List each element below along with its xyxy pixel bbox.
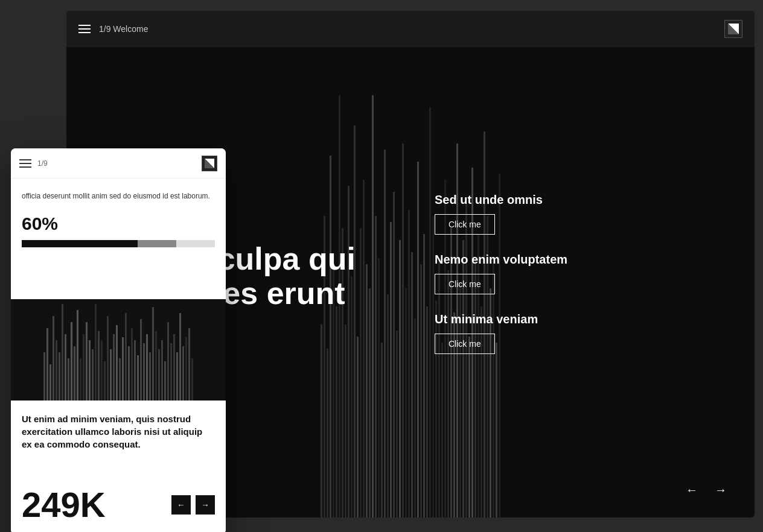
spike-bar bbox=[134, 340, 136, 401]
spike-bar bbox=[167, 322, 169, 401]
small-next-arrow[interactable]: → bbox=[196, 495, 215, 515]
spike-bar bbox=[110, 349, 112, 401]
small-logo-mark bbox=[202, 156, 217, 171]
spike-bar bbox=[164, 361, 166, 401]
menu-icon[interactable] bbox=[78, 25, 91, 33]
next-arrow[interactable]: → bbox=[711, 480, 730, 499]
small-topbar: 1/9 bbox=[11, 148, 226, 179]
spike-bar bbox=[107, 316, 109, 401]
spike-bar bbox=[128, 346, 130, 401]
cta-section-3: Ut minima veniam Click me bbox=[435, 312, 718, 354]
small-upper-section: officia deserunt mollit anim sed do eius… bbox=[11, 179, 226, 299]
small-topbar-left: 1/9 bbox=[19, 159, 48, 168]
spike-bar bbox=[146, 334, 148, 401]
small-prev-arrow[interactable]: ← bbox=[171, 495, 191, 515]
spike-bar bbox=[173, 334, 175, 401]
spike-bar bbox=[116, 325, 118, 401]
spike-bar bbox=[185, 337, 187, 401]
big-number: 249K bbox=[22, 487, 106, 522]
cta-title-3: Ut minima veniam bbox=[435, 312, 718, 326]
progress-bar-mid bbox=[138, 240, 176, 247]
spike-bar bbox=[140, 319, 142, 401]
progress-bar bbox=[22, 240, 215, 247]
spike-bar bbox=[104, 361, 106, 401]
spike-bar bbox=[92, 349, 94, 401]
small-nav-arrows: ← → bbox=[171, 495, 215, 515]
nav-arrows: ← → bbox=[682, 480, 730, 499]
click-button-1[interactable]: Click me bbox=[435, 214, 495, 235]
cta-title-1: Sed ut unde omnis bbox=[435, 193, 718, 207]
spike-bar bbox=[188, 328, 190, 401]
small-nav-label: 1/9 bbox=[37, 159, 48, 168]
spike-bar bbox=[158, 349, 160, 401]
small-body-text: Ut enim ad minim veniam, quis nostrud ex… bbox=[22, 413, 215, 451]
percent-label: 60% bbox=[22, 214, 215, 234]
spike-bar bbox=[176, 352, 178, 401]
prev-arrow[interactable]: ← bbox=[682, 480, 701, 499]
spike-bar bbox=[49, 364, 51, 401]
small-window: 1/9 officia deserunt mollit anim sed do … bbox=[11, 148, 226, 532]
spike-bar bbox=[68, 358, 69, 401]
spike-bar bbox=[65, 334, 66, 401]
spike-bar bbox=[83, 334, 85, 401]
click-button-3[interactable]: Click me bbox=[435, 334, 495, 354]
main-right-content: Sed ut unde omnis Click me Nemo enim vol… bbox=[398, 47, 755, 518]
cta-section-1: Sed ut unde omnis Click me bbox=[435, 193, 718, 235]
spike-bar bbox=[125, 313, 127, 401]
spike-bar bbox=[71, 322, 72, 401]
main-topbar: 1/9 Welcome bbox=[66, 11, 755, 47]
small-spike-section bbox=[11, 299, 226, 401]
spike-bar bbox=[101, 340, 103, 401]
spike-bar bbox=[143, 343, 145, 401]
spike-bar bbox=[53, 316, 54, 401]
small-bottom-row: 249K ← → bbox=[22, 487, 215, 522]
nav-label: 1/9 Welcome bbox=[99, 24, 148, 34]
spike-bar bbox=[119, 358, 121, 401]
spike-bar bbox=[122, 337, 124, 401]
spike-bar bbox=[191, 358, 193, 401]
spike-bar bbox=[98, 331, 100, 401]
spike-bar bbox=[56, 340, 57, 401]
spike-bar bbox=[46, 328, 48, 401]
spike-bar bbox=[86, 322, 88, 401]
spike-bar bbox=[155, 331, 157, 401]
spike-bar bbox=[179, 313, 181, 401]
cta-section-2: Nemo enim voluptatem Click me bbox=[435, 253, 718, 294]
spike-bar bbox=[182, 346, 184, 401]
small-desc-text: officia deserunt mollit anim sed do eius… bbox=[22, 191, 215, 201]
progress-fill bbox=[22, 240, 138, 247]
spike-bar bbox=[152, 307, 154, 401]
spike-bar bbox=[149, 352, 151, 401]
spike-bar bbox=[113, 334, 115, 401]
spike-bar bbox=[43, 352, 45, 401]
spike-bar bbox=[80, 358, 81, 401]
spike-bar bbox=[59, 352, 60, 401]
spike-bar bbox=[95, 304, 97, 401]
spike-bar bbox=[89, 340, 91, 401]
small-spike-visualization bbox=[11, 299, 226, 401]
spike-bar bbox=[161, 340, 163, 401]
main-topbar-left: 1/9 Welcome bbox=[78, 24, 148, 34]
spike-bar bbox=[74, 346, 75, 401]
small-lower-section: Ut enim ad minim veniam, quis nostrud ex… bbox=[11, 401, 226, 532]
cta-title-2: Nemo enim voluptatem bbox=[435, 253, 718, 267]
spike-bar bbox=[131, 328, 133, 401]
small-menu-icon[interactable] bbox=[19, 159, 31, 168]
spike-bar bbox=[137, 355, 139, 401]
click-button-2[interactable]: Click me bbox=[435, 274, 495, 294]
spike-bar bbox=[62, 304, 63, 401]
spike-bar bbox=[77, 310, 78, 401]
spike-bar bbox=[170, 343, 172, 401]
logo-mark bbox=[724, 20, 742, 38]
